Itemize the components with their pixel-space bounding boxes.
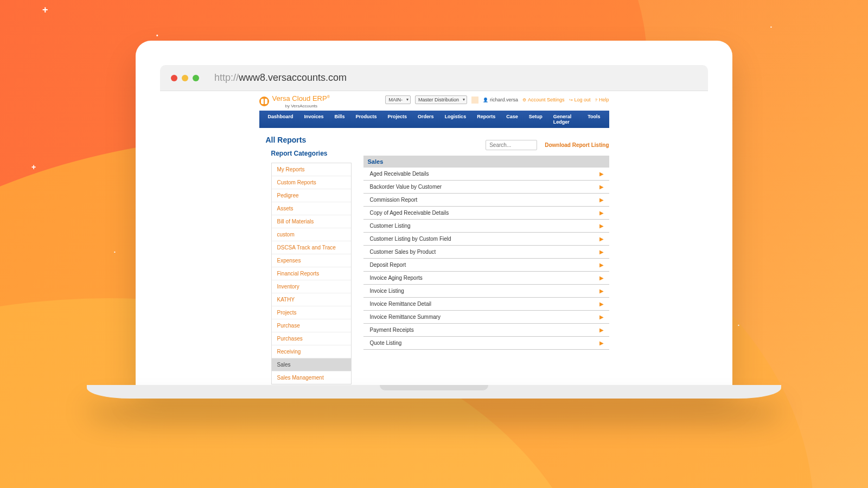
nav-dashboard[interactable]: Dashboard: [263, 111, 299, 128]
section-heading: Sales: [363, 156, 609, 168]
report-row[interactable]: Commission Report▶: [363, 194, 609, 207]
nav-bills[interactable]: Bills: [329, 111, 350, 128]
close-icon[interactable]: [171, 75, 177, 81]
play-icon[interactable]: ▶: [599, 184, 604, 190]
report-row[interactable]: Quote Listing▶: [363, 337, 609, 350]
dot-icon: •: [156, 33, 158, 38]
report-row[interactable]: Invoice Listing▶: [363, 285, 609, 298]
report-row[interactable]: Copy of Aged Receivable Details▶: [363, 207, 609, 220]
play-icon[interactable]: ▶: [599, 197, 604, 203]
nav-reports[interactable]: Reports: [471, 111, 501, 128]
avatar[interactable]: [471, 97, 478, 104]
category-dscsa-track-and-trace[interactable]: DSCSA Track and Trace: [272, 241, 351, 254]
category-inventory[interactable]: Inventory: [272, 280, 351, 293]
plus-icon: +: [42, 4, 48, 16]
report-label: Customer Listing by Custom Field: [370, 236, 451, 242]
maximize-icon[interactable]: [193, 75, 199, 81]
play-icon[interactable]: ▶: [599, 210, 604, 216]
report-row[interactable]: Customer Listing▶: [363, 220, 609, 233]
report-label: Quote Listing: [370, 340, 402, 346]
nav-orders[interactable]: Orders: [412, 111, 439, 128]
user-label[interactable]: 👤richard.versa: [483, 97, 518, 102]
category-custom[interactable]: custom: [272, 228, 351, 241]
nav-logistics[interactable]: Logistics: [439, 111, 472, 128]
company-dropdown[interactable]: MAIN-: [385, 95, 411, 104]
report-row[interactable]: Deposit Report▶: [363, 259, 609, 272]
logout-link[interactable]: ↪Log out: [569, 97, 591, 102]
play-icon[interactable]: ▶: [599, 288, 604, 294]
report-label: Invoice Aging Reports: [370, 275, 423, 281]
dot-icon: •: [114, 249, 116, 254]
distribution-dropdown[interactable]: Master Distribution: [415, 95, 467, 104]
nav-tools[interactable]: Tools: [582, 111, 605, 128]
report-row[interactable]: Backorder Value by Customer▶: [363, 181, 609, 194]
report-label: Customer Listing: [370, 223, 411, 229]
minimize-icon[interactable]: [182, 75, 188, 81]
play-icon[interactable]: ▶: [599, 314, 604, 320]
logo[interactable]: Versa Cloud ERP® by VersAccounts: [259, 94, 330, 108]
categories-sidebar: Report Categories My ReportsCustom Repor…: [271, 150, 352, 384]
play-icon[interactable]: ▶: [599, 262, 604, 268]
account-settings-link[interactable]: ⚙Account Settings: [522, 97, 565, 102]
category-my-reports[interactable]: My Reports: [272, 163, 351, 176]
category-sales[interactable]: Sales: [272, 358, 351, 371]
category-custom-reports[interactable]: Custom Reports: [272, 176, 351, 189]
play-icon[interactable]: ▶: [599, 275, 604, 281]
laptop-base: [87, 385, 781, 399]
report-label: Invoice Listing: [370, 288, 404, 294]
logo-text: Versa Cloud ERP: [272, 94, 327, 102]
app-content: Versa Cloud ERP® by VersAccounts MAIN- M…: [160, 91, 708, 388]
browser-bar: http://www8.versaccounts.com: [160, 65, 708, 91]
play-icon[interactable]: ▶: [599, 327, 604, 333]
download-report-listing-link[interactable]: Download Report Listing: [545, 142, 609, 148]
play-icon[interactable]: ▶: [599, 340, 604, 346]
category-purchases[interactable]: Purchases: [272, 332, 351, 345]
report-row[interactable]: Customer Sales by Product▶: [363, 246, 609, 259]
dot-icon: •: [738, 323, 739, 328]
nav-case[interactable]: Case: [501, 111, 524, 128]
play-icon[interactable]: ▶: [599, 223, 604, 229]
report-row[interactable]: Invoice Remittance Summary▶: [363, 311, 609, 324]
category-purchase[interactable]: Purchase: [272, 319, 351, 332]
report-label: Commission Report: [370, 197, 418, 203]
category-receiving[interactable]: Receiving: [272, 345, 351, 358]
report-label: Deposit Report: [370, 262, 406, 268]
report-label: Copy of Aged Receivable Details: [370, 210, 449, 216]
nav-setup[interactable]: Setup: [524, 111, 548, 128]
report-label: Aged Receivable Details: [370, 171, 429, 177]
report-row[interactable]: Payment Receipts▶: [363, 324, 609, 337]
nav-general-ledger[interactable]: General Ledger: [548, 111, 582, 128]
play-icon[interactable]: ▶: [599, 171, 604, 177]
laptop-frame: http://www8.versaccounts.com Versa Cloud…: [136, 41, 732, 388]
play-icon[interactable]: ▶: [599, 301, 604, 307]
report-label: Invoice Remittance Summary: [370, 314, 441, 320]
nav-invoices[interactable]: Invoices: [299, 111, 329, 128]
nav-projects[interactable]: Projects: [382, 111, 413, 128]
category-kathy[interactable]: KATHY: [272, 293, 351, 306]
report-row[interactable]: Invoice Remittance Detail▶: [363, 298, 609, 311]
category-expenses[interactable]: Expenses: [272, 254, 351, 267]
report-row[interactable]: Invoice Aging Reports▶: [363, 272, 609, 285]
report-row[interactable]: Aged Receivable Details▶: [363, 168, 609, 181]
report-label: Customer Sales by Product: [370, 249, 436, 255]
category-financial-reports[interactable]: Financial Reports: [272, 267, 351, 280]
logo-subtitle: by VersAccounts: [285, 104, 330, 108]
category-sales-management[interactable]: Sales Management: [272, 371, 351, 384]
plus-icon: +: [31, 163, 36, 171]
logout-icon: ↪: [569, 98, 573, 102]
category-pedigree[interactable]: Pedigree: [272, 189, 351, 202]
report-row[interactable]: Customer Listing by Custom Field▶: [363, 233, 609, 246]
search-input[interactable]: [486, 140, 537, 150]
report-label: Payment Receipts: [370, 327, 414, 333]
category-assets[interactable]: Assets: [272, 202, 351, 215]
category-projects[interactable]: Projects: [272, 306, 351, 319]
gear-icon: ⚙: [522, 98, 526, 102]
category-bill-of-materials[interactable]: Bill of Materials: [272, 215, 351, 228]
help-link[interactable]: ?Help: [595, 97, 609, 102]
address-bar[interactable]: http://www8.versaccounts.com: [214, 72, 347, 84]
nav-products[interactable]: Products: [350, 111, 382, 128]
reports-panel: Download Report Listing Sales Aged Recei…: [363, 150, 609, 384]
play-icon[interactable]: ▶: [599, 249, 604, 255]
play-icon[interactable]: ▶: [599, 236, 604, 242]
user-icon: 👤: [483, 98, 488, 102]
